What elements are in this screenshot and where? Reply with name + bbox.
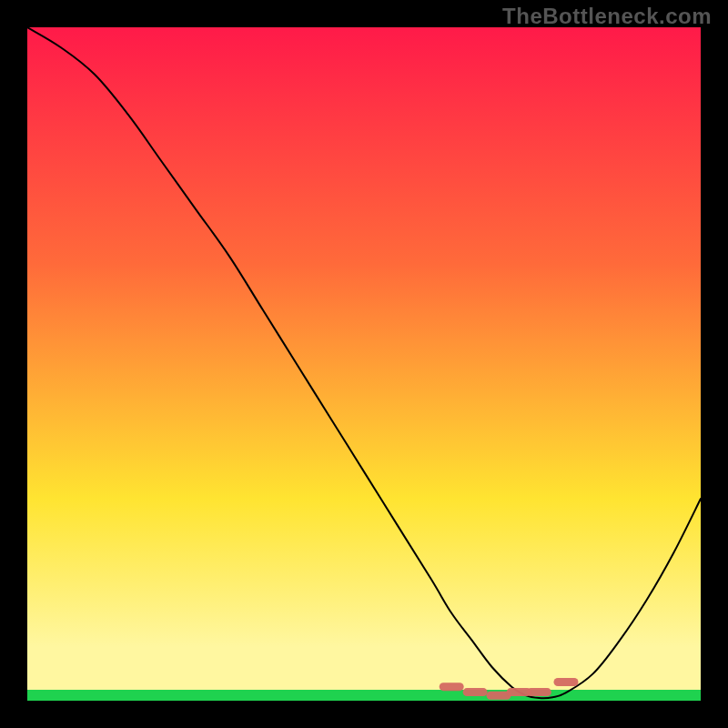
svg-rect-0 (27, 27, 701, 701)
svg-rect-1 (27, 690, 701, 701)
plot-area (27, 27, 701, 701)
chart-svg (27, 27, 701, 701)
chart-container: { "watermark": "TheBottleneck.com", "cha… (0, 0, 728, 728)
watermark: TheBottleneck.com (502, 4, 712, 29)
